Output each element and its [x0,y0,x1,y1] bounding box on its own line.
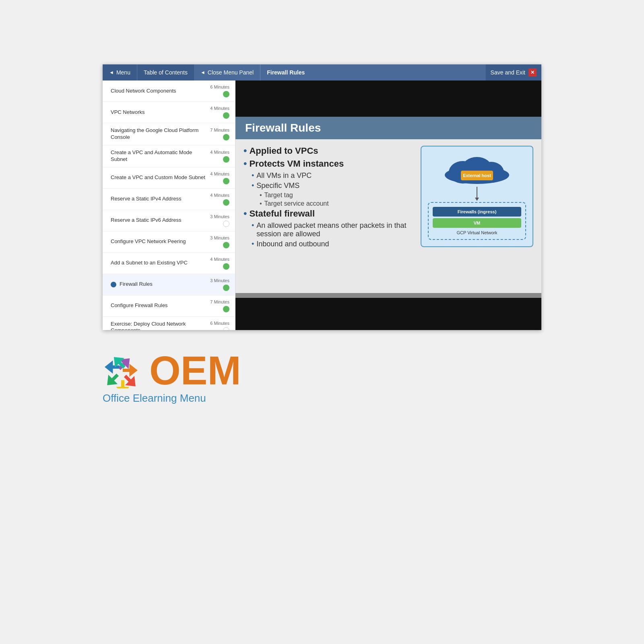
logo-row: OEM [103,350,241,390]
current-topic-label: Firewall Rules [260,64,311,80]
sidebar-item-text: Create a VPC and Custom Mode Subnet [111,174,205,181]
close-arrow-icon: ◄ [200,70,205,75]
item-minutes: 7 Minutes [210,299,229,304]
firewall-ingress-box: Firewalls (ingress) [433,207,521,217]
close-menu-label: Close Menu Panel [208,69,254,76]
sidebar-item-cloud-network[interactable]: Cloud Network Components6 Minutes [103,80,235,102]
content-top-black [235,80,541,117]
item-minutes: 3 Minutes [210,278,229,283]
item-status-dot [223,91,229,97]
gcp-label: GCP Virtual Network [433,230,521,235]
slide-bullet: Target tag [260,192,413,199]
item-status-dot [223,263,229,270]
slide-bullet: Protects VM instances [244,159,413,169]
sidebar-item-text: VPC Networks [111,109,145,116]
item-minutes: 3 Minutes [210,235,229,240]
menu-button[interactable]: ◄ Menu [103,64,137,80]
item-minutes: 4 Minutes [210,150,229,155]
content-bottom-black [235,298,541,330]
sidebar-item-text: Cloud Network Components [111,88,176,95]
item-minutes: 4 Minutes [210,171,229,176]
sidebar-item-reserve-ipv6[interactable]: Reserve a Static IPv6 Address3 Minutes [103,210,235,231]
top-nav: ◄ Menu Table of Contents ◄ Close Menu Pa… [103,64,541,80]
sidebar-item-reserve-ipv4[interactable]: Reserve a Static IPv4 Address4 Minutes [103,189,235,210]
save-exit-label: Save and Exit [491,69,525,76]
toc-label: Table of Contents [144,69,188,76]
slide-bullet: Inbound and outbound [252,240,413,248]
vm-box: VM [433,218,521,228]
item-minutes: 4 Minutes [210,257,229,262]
slide-title: Firewall Rules [245,122,532,134]
gcp-vnet-box: Firewalls (ingress) VM GCP Virtual Netwo… [428,202,526,240]
item-minutes: 4 Minutes [210,106,229,111]
slide-bullet: Specific VMS [252,182,413,190]
sidebar-item-configure-peering[interactable]: Configure VPC Network Peering3 Minutes [103,231,235,253]
close-menu-button[interactable]: ◄ Close Menu Panel [194,64,260,80]
toc-button[interactable]: Table of Contents [137,64,194,80]
slide-bullet: All VMs in a VPC [252,171,413,180]
sidebar-item-exercise-deploy[interactable]: Exercise: Deploy Cloud Network Component… [103,317,235,330]
content-nav: ◄ Close Menu Panel Firewall Rules Save a… [194,64,541,80]
item-status-dot [223,242,229,248]
content-panel: Firewall Rules Applied to VPCsProtects V… [235,80,541,330]
cloud-svg: External host [441,153,513,185]
outer-wrapper: ◄ Menu Table of Contents ◄ Close Menu Pa… [0,0,644,644]
arrow-head [475,198,479,201]
logo-area: OEM Office Elearning Menu [103,350,541,405]
save-exit-button[interactable]: Save and Exit ✕ [486,64,541,80]
slide-title-bar: Firewall Rules [235,117,541,139]
item-minutes: 7 Minutes [210,128,229,132]
item-status-dot [223,306,229,312]
slide-bullet: Target service account [260,200,413,207]
sidebar-item-nav-google[interactable]: Navigating the Google Cloud Platform Con… [103,123,235,145]
menu-arrow-icon: ◄ [109,70,114,75]
item-status-dot [223,156,229,163]
app-container: ◄ Menu Table of Contents ◄ Close Menu Pa… [103,64,541,330]
item-minutes: 6 Minutes [210,85,229,89]
connector-line [477,187,477,198]
slide-bullet: Applied to VPCs [244,146,413,156]
sidebar-item-text: Reserve a Static IPv6 Address [111,217,182,224]
sidebar-item-add-subnet[interactable]: Add a Subnet to an Existing VPC4 Minutes [103,253,235,274]
sidebar-item-configure-firewall[interactable]: Configure Firewall Rules7 Minutes [103,295,235,317]
item-status-dot [223,285,229,291]
item-status-dot [223,199,229,206]
sidebar-item-text: Reserve a Static IPv4 Address [111,196,182,202]
slide-bullet: An allowed packet means other packets in… [252,221,413,238]
diagram-box: External host Firewalls (ingress) VM [421,146,533,247]
sidebar-item-text: Exercise: Deploy Cloud Network Component… [111,321,207,330]
item-status-dot [223,327,229,330]
sidebar-item-create-vpc-auto[interactable]: Create a VPC and Automatic Mode Subnet4 … [103,145,235,167]
sidebar-item-text: Add a Subnet to an Existing VPC [111,260,188,266]
diagram-col: External host Firewalls (ingress) VM [421,146,533,250]
oem-logo-icon [103,352,143,388]
sidebar-item-text: Configure Firewall Rules [111,302,168,309]
close-x-icon[interactable]: ✕ [528,68,537,76]
sidebar-item-text: Firewall Rules [120,281,153,288]
slide-bullet: Stateful firewall [244,208,413,219]
svg-marker-7 [123,364,138,377]
item-minutes: 4 Minutes [210,193,229,198]
sidebar-item-text: Create a VPC and Automatic Mode Subnet [111,149,207,163]
active-indicator [111,282,116,287]
item-status-dot [223,112,229,119]
item-status-dot [223,178,229,184]
sidebar-item-firewall-rules[interactable]: Firewall Rules3 Minutes [103,274,235,295]
item-minutes: 6 Minutes [210,321,229,326]
item-status-dot [223,221,229,227]
menu-label: Menu [116,69,130,76]
sidebar-item-create-vpc-custom[interactable]: Create a VPC and Custom Mode Subnet4 Min… [103,167,235,189]
sidebar: Cloud Network Components6 MinutesVPC Net… [103,80,235,330]
progress-bar [235,293,541,298]
slide-body: Applied to VPCsProtects VM instancesAll … [235,139,541,256]
sidebar-item-text: Navigating the Google Cloud Platform Con… [111,127,207,141]
sidebar-item-text: Configure VPC Network Peering [111,238,186,245]
main-area: Cloud Network Components6 MinutesVPC Net… [103,80,541,330]
oem-subtitle: Office Elearning Menu [103,392,206,405]
slide-text-col: Applied to VPCsProtects VM instancesAll … [244,146,413,250]
svg-text:External host: External host [463,173,491,178]
item-status-dot [223,134,229,140]
sidebar-item-vpc-networks[interactable]: VPC Networks4 Minutes [103,102,235,123]
slide-area: Firewall Rules Applied to VPCsProtects V… [235,117,541,293]
oem-brand-text: OEM [149,350,241,390]
